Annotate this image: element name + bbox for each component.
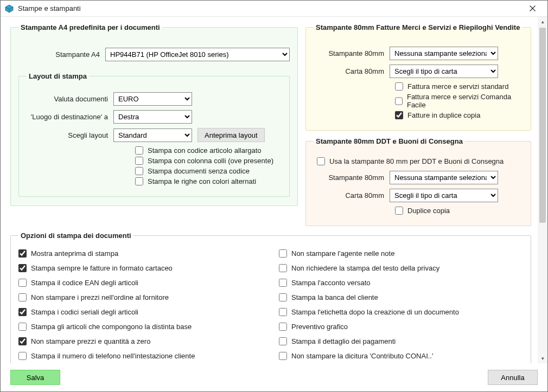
- cb-fms-comanda: Fattura merce e servizi Comanda Facile: [395, 93, 523, 109]
- footer: Salva Annulla: [1, 363, 547, 391]
- opt-right-checkbox-1[interactable]: [279, 264, 287, 272]
- option-row: Non stampare l'agente nelle note: [279, 249, 523, 258]
- option-row: Stampa sempre le fatture in formato cart…: [18, 264, 263, 272]
- option-row: Stampa l'acconto versato: [279, 279, 523, 287]
- r80b-paper-select[interactable]: Scegli il tipo di carta: [390, 189, 498, 202]
- scroll-thumb[interactable]: [539, 28, 546, 223]
- a4-printer-select[interactable]: HP944B71 (HP OfficeJet 8010 series): [105, 48, 290, 61]
- group-layout-legend: Layout di stampa: [27, 72, 89, 80]
- scrollbar[interactable]: ▴ ▾: [538, 17, 547, 363]
- app-icon: [5, 4, 14, 13]
- r80a-printer-label: Stampante 80mm: [314, 49, 384, 57]
- preview-layout-button[interactable]: Anteprima layout: [197, 128, 265, 142]
- currency-select[interactable]: EURO: [113, 92, 192, 106]
- cb-altcolor-input[interactable]: [135, 177, 143, 185]
- scroll-up-arrow-icon[interactable]: ▴: [538, 17, 547, 27]
- group-80mm-ddt: Stampante 80mm DDT e Buoni di Consegna U…: [305, 137, 531, 226]
- opt-left-label-7: Stampa il numero di telefono nell'intest…: [31, 352, 195, 360]
- group-80mm-fatture: Stampante 80mm Fatture Merci e Servizi e…: [305, 23, 531, 131]
- cb-ddt-duplice-label: Duplice copia: [407, 207, 450, 215]
- opt-left-checkbox-5[interactable]: [18, 323, 27, 331]
- cb-fms-standard-label: Fattura merce e servizi standard: [407, 82, 508, 91]
- opt-left-checkbox-4[interactable]: [18, 308, 27, 316]
- group-layout: Layout di stampa Valuta documenti EURO '…: [18, 72, 290, 197]
- opt-left-checkbox-7[interactable]: [18, 352, 27, 360]
- window-title: Stampe e stampanti: [18, 4, 521, 12]
- opt-left-label-3: Non stampare i prezzi nell'ordine al for…: [31, 293, 169, 301]
- a4-printer-label: Stampante A4: [18, 50, 100, 59]
- dest-select[interactable]: Destra: [113, 110, 192, 124]
- option-row: Mostra anteprima di stampa: [18, 249, 263, 258]
- opt-left-checkbox-2[interactable]: [18, 279, 27, 287]
- cb-use80-ddt-input[interactable]: [317, 157, 325, 165]
- option-row: Preventivo grafico: [279, 323, 523, 331]
- layout-select[interactable]: Standard: [113, 128, 192, 142]
- opt-right-checkbox-5[interactable]: [279, 323, 287, 331]
- option-row: Stampa la banca del cliente: [279, 293, 523, 301]
- opt-right-label-2: Stampa l'acconto versato: [291, 279, 371, 287]
- option-row: Non stampare prezzi e quantità a zero: [18, 337, 263, 345]
- option-row: Stampa il dettaglio dei pagamenti: [279, 337, 523, 345]
- currency-label: Valuta documenti: [27, 95, 108, 103]
- opt-left-label-2: Stampa il codice EAN degli articoli: [31, 279, 138, 287]
- opt-left-checkbox-3[interactable]: [18, 293, 27, 301]
- opt-right-checkbox-3[interactable]: [279, 293, 287, 301]
- option-row: Stampa l'etichetta dopo la creazione di …: [279, 308, 523, 316]
- r80a-printer-select[interactable]: Nessuna stampante seleziona: [390, 47, 498, 60]
- cb-colli-input[interactable]: [135, 157, 143, 165]
- cb-fms-comanda-input[interactable]: [395, 97, 403, 105]
- cb-colli: Stampa con colonna colli (ove presente): [135, 157, 282, 165]
- cb-fms-comanda-label: Fattura merce e servizi Comanda Facile: [407, 93, 523, 109]
- cb-nocode: Stampa documenti senza codice: [135, 167, 282, 175]
- group-80mm-fatture-legend: Stampante 80mm Fatture Merci e Servizi e…: [314, 23, 522, 31]
- cb-fms-standard-input[interactable]: [395, 82, 403, 91]
- opt-right-label-3: Stampa la banca del cliente: [291, 293, 378, 301]
- close-button[interactable]: [521, 1, 543, 16]
- opt-left-label-6: Non stampare prezzi e quantità a zero: [31, 337, 150, 345]
- r80a-paper-select[interactable]: Scegli il tipo di carta: [390, 65, 498, 78]
- cb-wide-code: Stampa con codice articolo allargato: [135, 146, 282, 155]
- opt-left-label-1: Stampa sempre le fatture in formato cart…: [31, 264, 173, 272]
- r80b-printer-label: Stampante 80mm: [314, 173, 384, 182]
- cb-ddt-duplice-input[interactable]: [395, 207, 403, 215]
- opt-right-label-6: Stampa il dettaglio dei pagamenti: [291, 337, 396, 345]
- option-row: Non stampare i prezzi nell'ordine al for…: [18, 293, 263, 301]
- opt-left-label-4: Stampa i codici seriali degli articoli: [31, 308, 138, 316]
- opt-left-checkbox-0[interactable]: [18, 249, 27, 258]
- cb-colli-label: Stampa con colonna colli (ove presente): [148, 157, 273, 165]
- opt-right-checkbox-6[interactable]: [279, 337, 287, 345]
- cb-wide-code-input[interactable]: [135, 146, 143, 155]
- cancel-button[interactable]: Annulla: [488, 370, 538, 385]
- r80b-printer-select[interactable]: Nessuna stampante seleziona: [390, 171, 498, 184]
- opt-right-checkbox-2[interactable]: [279, 279, 287, 287]
- close-icon: [530, 5, 536, 11]
- opt-right-checkbox-4[interactable]: [279, 308, 287, 316]
- r80a-paper-label: Carta 80mm: [314, 67, 384, 75]
- cb-wide-code-label: Stampa con codice articolo allargato: [148, 146, 262, 155]
- opt-right-label-0: Non stampare l'agente nelle note: [291, 249, 394, 258]
- opt-left-checkbox-1[interactable]: [18, 264, 27, 272]
- layout-label: Scegli layout: [27, 131, 108, 139]
- scroll-down-arrow-icon[interactable]: ▾: [538, 354, 547, 363]
- content: Stampante A4 predefinita per i documenti…: [1, 17, 547, 391]
- option-row: Stampa il codice EAN degli articoli: [18, 279, 263, 287]
- opt-left-checkbox-6[interactable]: [18, 337, 27, 345]
- cb-fms-duplice: Fatture in duplice copia: [395, 111, 523, 119]
- window: Stampe e stampanti Stampante A4 predefin…: [0, 0, 548, 392]
- options-col-left: Mostra anteprima di stampaStampa sempre …: [18, 247, 263, 377]
- group-80mm-ddt-legend: Stampante 80mm DDT e Buoni di Consegna: [314, 137, 465, 145]
- group-a4-legend: Stampante A4 predefinita per i documenti: [18, 23, 162, 31]
- option-row: Stampa i codici seriali degli articoli: [18, 308, 263, 316]
- cb-fms-duplice-input[interactable]: [395, 111, 403, 119]
- cb-nocode-label: Stampa documenti senza codice: [148, 167, 250, 175]
- cb-nocode-input[interactable]: [135, 167, 143, 175]
- opt-left-label-5: Stampa gli articoli che compongono la di…: [31, 323, 192, 331]
- cb-altcolor: Stampa le righe con colori alternati: [135, 177, 282, 185]
- opt-right-checkbox-7[interactable]: [279, 352, 287, 360]
- cb-use80-ddt: Usa la stampante 80 mm per DDT e Buoni d…: [317, 157, 523, 165]
- option-row: Stampa il numero di telefono nell'intest…: [18, 352, 263, 360]
- opt-right-checkbox-0[interactable]: [279, 249, 287, 258]
- option-row: Stampa gli articoli che compongono la di…: [18, 323, 263, 331]
- save-button[interactable]: Salva: [10, 370, 60, 385]
- opt-right-label-1: Non richiedere la stampa del testo della…: [291, 264, 439, 272]
